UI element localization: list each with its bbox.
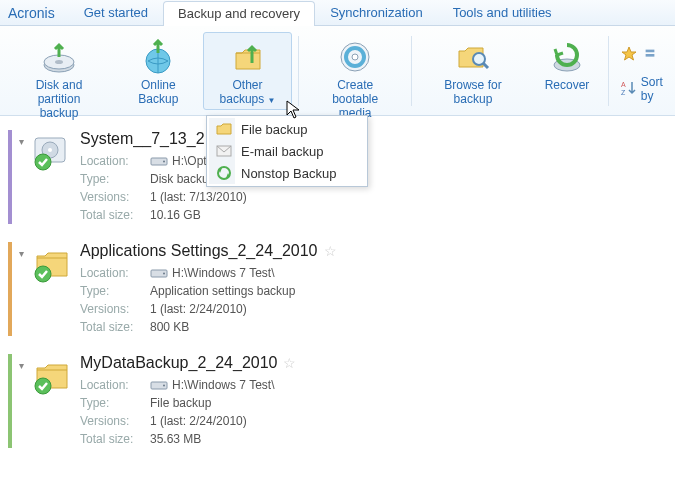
tab-get-started[interactable]: Get started xyxy=(69,0,163,25)
mail-icon xyxy=(213,142,235,160)
recover-icon xyxy=(547,37,587,77)
backup-title[interactable]: MyDataBackup_2_24_2010 ☆ xyxy=(80,354,675,372)
versions-label: Versions: xyxy=(80,302,150,316)
title-text: System__7_13_2 xyxy=(80,130,205,148)
location-value: H:\Windows 7 Test\ xyxy=(172,378,274,392)
title-text: Applications Settings_2_24_2010 xyxy=(80,242,318,260)
svg-text:Z: Z xyxy=(621,89,626,96)
sort-az-icon: A Z xyxy=(621,80,637,99)
folder-icon xyxy=(213,120,235,138)
drive-icon xyxy=(150,379,168,391)
versions-label: Versions: xyxy=(80,190,150,204)
type-label: Type: xyxy=(80,172,150,186)
folder-ok-icon xyxy=(28,354,76,448)
browse-for-backup-button[interactable]: Browse for backup xyxy=(418,32,528,110)
menu-label: E-mail backup xyxy=(241,144,323,159)
disk-backup-icon xyxy=(39,37,79,77)
svg-point-6 xyxy=(352,54,358,60)
versions-value: 1 (last: 2/24/2010) xyxy=(150,414,247,428)
svg-line-8 xyxy=(483,63,488,68)
tab-tools-utilities[interactable]: Tools and utilities xyxy=(438,0,567,25)
location-label: Location: xyxy=(80,266,150,280)
other-backups-label: Other backups ▼ xyxy=(212,79,284,107)
folder-ok-icon xyxy=(28,242,76,336)
location-label: Location: xyxy=(80,378,150,392)
type-label: Type: xyxy=(80,396,150,410)
folder-up-icon xyxy=(228,37,268,77)
backup-title[interactable]: System__7_13_2 xyxy=(80,130,675,148)
svg-point-18 xyxy=(48,148,52,152)
tab-backup-recovery[interactable]: Backup and recovery xyxy=(163,1,315,26)
ribbon-separator xyxy=(411,36,412,106)
totalsize-label: Total size: xyxy=(80,432,150,446)
hard-disk-ok-icon xyxy=(28,130,76,224)
type-label: Type: xyxy=(80,284,150,298)
other-backups-dropdown: File backup E-mail backup Nonstop Backup xyxy=(206,115,368,187)
backup-entry: ▾ Applications Settings_2_24_2010 ☆ Loca… xyxy=(8,242,675,336)
category-stripe xyxy=(8,130,12,224)
star-outline-icon[interactable]: ☆ xyxy=(283,355,296,371)
create-bootable-media-button[interactable]: Create bootable media xyxy=(305,32,405,123)
ribbon-toolbar: Disk and partition backup Online Backup … xyxy=(0,26,675,116)
tab-synchronization[interactable]: Synchronization xyxy=(315,0,438,25)
drive-icon xyxy=(150,267,168,279)
title-text: MyDataBackup_2_24_2010 xyxy=(80,354,277,372)
totalsize-value: 10.16 GB xyxy=(150,208,201,222)
favorites-button[interactable] xyxy=(615,44,671,67)
svg-text:A: A xyxy=(621,81,626,88)
browse-label: Browse for backup xyxy=(427,79,519,107)
svg-point-27 xyxy=(163,385,165,387)
disc-icon xyxy=(335,37,375,77)
versions-label: Versions: xyxy=(80,414,150,428)
chevron-down-icon: ▼ xyxy=(268,96,276,105)
other-backups-button[interactable]: Other backups ▼ xyxy=(203,32,293,110)
totalsize-label: Total size: xyxy=(80,208,150,222)
location-value: H:\Windows 7 Test\ xyxy=(172,266,274,280)
backup-title[interactable]: Applications Settings_2_24_2010 ☆ xyxy=(80,242,675,260)
location-label: Location: xyxy=(80,154,150,168)
drive-icon xyxy=(150,155,168,167)
backup-entry: ▾ MyDataBackup_2_24_2010 ☆ Location: H:\… xyxy=(8,354,675,448)
star-outline-icon[interactable]: ☆ xyxy=(324,243,337,259)
type-value: File backup xyxy=(150,396,211,410)
expand-toggle[interactable]: ▾ xyxy=(14,242,28,336)
globe-up-icon xyxy=(138,37,178,77)
expand-toggle[interactable]: ▾ xyxy=(14,130,28,224)
recover-label: Recover xyxy=(545,79,590,93)
titlebar: Acronis Get started Backup and recovery … xyxy=(0,0,675,26)
ribbon-separator xyxy=(608,36,609,106)
totalsize-label: Total size: xyxy=(80,320,150,334)
brand-logo: Acronis xyxy=(8,5,55,25)
menu-file-backup[interactable]: File backup xyxy=(209,118,365,140)
category-stripe xyxy=(8,354,12,448)
versions-value: 1 (last: 7/13/2010) xyxy=(150,190,247,204)
disk-partition-label: Disk and partition backup xyxy=(13,79,105,120)
sort-by-label: Sort by xyxy=(641,75,665,103)
search-folder-icon xyxy=(453,37,493,77)
recover-button[interactable]: Recover xyxy=(532,32,602,96)
online-backup-label: Online Backup xyxy=(127,79,190,107)
svg-point-2 xyxy=(55,60,63,64)
svg-point-24 xyxy=(163,273,165,275)
type-value: Application settings backup xyxy=(150,284,295,298)
menu-label: Nonstop Backup xyxy=(241,166,336,181)
star-icon xyxy=(621,46,637,65)
ribbon-separator xyxy=(298,36,299,106)
disk-partition-backup-button[interactable]: Disk and partition backup xyxy=(4,32,114,123)
expand-toggle[interactable]: ▾ xyxy=(14,354,28,448)
totalsize-value: 35.63 MB xyxy=(150,432,201,446)
sort-by-button[interactable]: A Z Sort by xyxy=(615,73,671,105)
nonstop-icon xyxy=(213,164,235,182)
svg-point-21 xyxy=(163,161,165,163)
settings-icon xyxy=(643,47,657,64)
online-backup-button[interactable]: Online Backup xyxy=(118,32,199,110)
versions-value: 1 (last: 2/24/2010) xyxy=(150,302,247,316)
main-tabs: Get started Backup and recovery Synchron… xyxy=(69,0,567,25)
menu-email-backup[interactable]: E-mail backup xyxy=(209,140,365,162)
svg-rect-10 xyxy=(645,50,654,53)
menu-nonstop-backup[interactable]: Nonstop Backup xyxy=(209,162,365,184)
svg-rect-11 xyxy=(645,54,654,57)
category-stripe xyxy=(8,242,12,336)
menu-label: File backup xyxy=(241,122,307,137)
totalsize-value: 800 KB xyxy=(150,320,189,334)
